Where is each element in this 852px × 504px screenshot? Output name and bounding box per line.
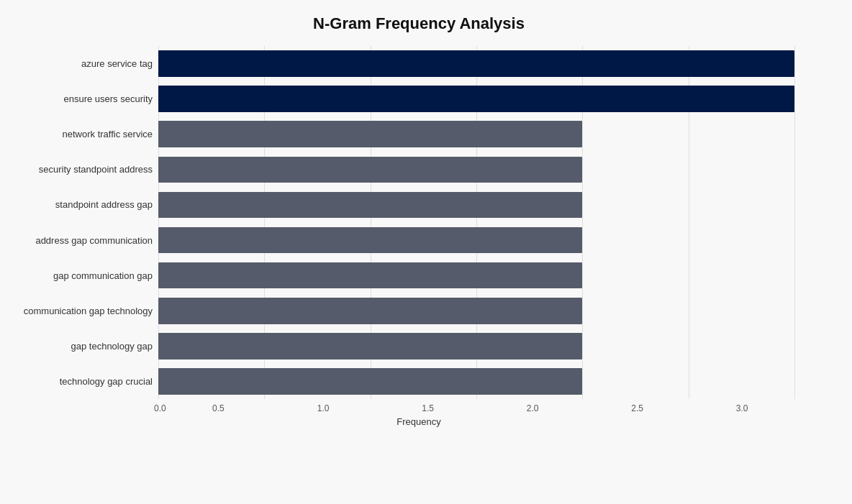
x-tick: 1.5 bbox=[376, 403, 481, 413]
x-tick: 0.5 bbox=[166, 403, 271, 413]
bar-track bbox=[158, 364, 794, 399]
x-tick: 2.0 bbox=[480, 403, 585, 413]
bar-row: network traffic service bbox=[158, 116, 794, 152]
bar-track bbox=[158, 329, 794, 364]
x-tick: 1.0 bbox=[271, 403, 376, 413]
x-axis: 0.00.51.01.52.02.53.0 bbox=[158, 403, 794, 413]
x-tick: 2.5 bbox=[585, 403, 690, 413]
bar-track bbox=[158, 293, 794, 329]
bar-track bbox=[158, 187, 794, 222]
bar-label: network traffic service bbox=[22, 129, 158, 139]
bar-label: communication gap technology bbox=[22, 306, 158, 316]
chart-container: N-Gram Frequency Analysis azure service … bbox=[0, 0, 852, 504]
bar-row: security standpoint address bbox=[158, 152, 794, 187]
bar-fill bbox=[158, 192, 582, 219]
bar-row: ensure users security bbox=[158, 81, 794, 116]
bar-row: gap communication gap bbox=[158, 258, 794, 293]
bar-fill bbox=[158, 121, 582, 147]
bar-label: azure service tag bbox=[22, 58, 158, 69]
bar-fill bbox=[158, 262, 582, 289]
bar-label: address gap communication bbox=[22, 235, 158, 246]
bar-track bbox=[158, 222, 794, 257]
bar-fill bbox=[158, 298, 582, 324]
bar-row: address gap communication bbox=[158, 222, 794, 257]
bar-fill bbox=[158, 368, 582, 395]
bar-fill bbox=[158, 333, 582, 359]
bars-area: azure service tagensure users securityne… bbox=[158, 46, 794, 399]
x-tick: 3.0 bbox=[689, 403, 794, 413]
bar-label: gap technology gap bbox=[22, 341, 158, 352]
bar-fill bbox=[158, 157, 582, 183]
bar-fill bbox=[158, 227, 582, 254]
bar-row: azure service tag bbox=[158, 46, 794, 81]
bar-label: ensure users security bbox=[22, 93, 158, 104]
bar-track bbox=[158, 258, 794, 293]
bar-fill bbox=[158, 86, 794, 112]
bar-track bbox=[158, 116, 794, 152]
bar-track bbox=[158, 152, 794, 187]
grid-line bbox=[794, 46, 795, 399]
bar-track bbox=[158, 81, 794, 116]
bar-fill bbox=[158, 50, 794, 77]
chart-title: N-Gram Frequency Analysis bbox=[14, 14, 823, 33]
bar-row: technology gap crucial bbox=[158, 364, 794, 399]
bar-row: gap technology gap bbox=[158, 329, 794, 364]
bar-row: communication gap technology bbox=[158, 293, 794, 329]
x-axis-label: Frequency bbox=[14, 416, 823, 427]
bar-label: technology gap crucial bbox=[22, 376, 158, 387]
bar-track bbox=[158, 46, 794, 81]
x-tick: 0.0 bbox=[154, 403, 166, 413]
bar-label: standpoint address gap bbox=[22, 199, 158, 210]
bar-label: security standpoint address bbox=[22, 164, 158, 175]
bar-row: standpoint address gap bbox=[158, 187, 794, 222]
bar-label: gap communication gap bbox=[22, 270, 158, 281]
